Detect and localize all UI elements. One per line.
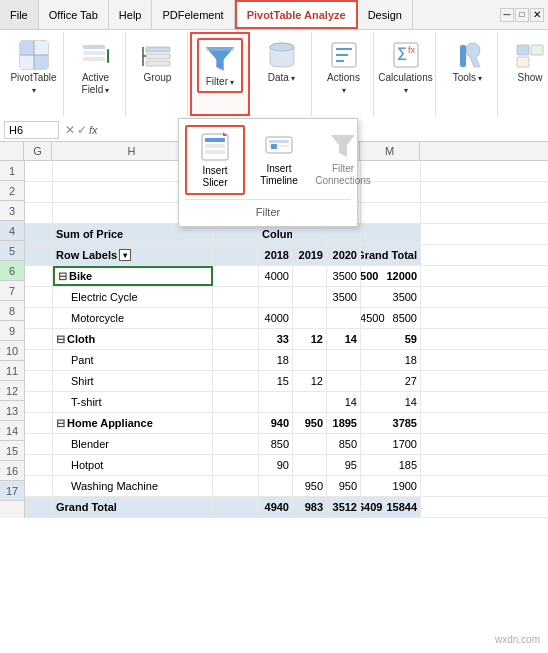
formula-x-icon[interactable]: ✓ — [77, 123, 87, 137]
cell-m10-total[interactable]: 18 — [361, 350, 421, 370]
cell-k5-2019[interactable]: 2019 — [293, 245, 327, 265]
cell-g9[interactable] — [25, 329, 53, 349]
cell-i14[interactable] — [213, 434, 259, 454]
cell-k13[interactable]: 950 — [293, 413, 327, 433]
cell-j8[interactable]: 4000 — [259, 308, 293, 328]
row-5[interactable]: 5 — [0, 241, 24, 261]
cell-h17-grand-total[interactable]: Grand Total — [53, 497, 213, 517]
insert-slicer-button[interactable]: InsertSlicer — [185, 125, 245, 195]
cell-g13[interactable] — [25, 413, 53, 433]
cell-i11[interactable] — [213, 371, 259, 391]
row-14[interactable]: 14 — [0, 421, 24, 441]
cell-g1[interactable] — [25, 161, 53, 181]
tab-office-tab[interactable]: Office Tab — [39, 0, 109, 29]
cell-m17-total[interactable]: 640915844 — [361, 497, 421, 517]
cell-j15[interactable]: 90 — [259, 455, 293, 475]
pivottable-button[interactable]: PivotTable — [5, 36, 61, 99]
cell-g5[interactable] — [25, 245, 53, 265]
insert-timeline-button[interactable]: InsertTimeline — [249, 125, 309, 191]
cell-m6-total[interactable]: 450012000 — [361, 266, 421, 286]
cell-l15[interactable]: 95 — [327, 455, 361, 475]
cell-m12-total[interactable]: 14 — [361, 392, 421, 412]
filter-button[interactable]: Filter — [197, 38, 243, 93]
cell-m5-2021-total[interactable]: 2021Grand Total — [361, 245, 421, 265]
cell-h7-electric-cycle[interactable]: Electric Cycle — [53, 287, 213, 307]
cell-j13[interactable]: 940 — [259, 413, 293, 433]
cell-j16[interactable] — [259, 476, 293, 496]
cell-m16-total[interactable]: 1900 — [361, 476, 421, 496]
row-8[interactable]: 8 — [0, 301, 24, 321]
tab-help[interactable]: Help — [109, 0, 153, 29]
cell-m11-total[interactable]: 27 — [361, 371, 421, 391]
cell-k7[interactable] — [293, 287, 327, 307]
cell-g6[interactable] — [25, 266, 53, 286]
cell-h6-bike[interactable]: ⊟ Bike — [53, 266, 213, 286]
cell-l10[interactable] — [327, 350, 361, 370]
cell-l9[interactable]: 14 — [327, 329, 361, 349]
cell-g4[interactable] — [25, 224, 53, 244]
cell-k11[interactable]: 12 — [293, 371, 327, 391]
cell-k10[interactable] — [293, 350, 327, 370]
cell-l17[interactable]: 3512 — [327, 497, 361, 517]
cell-m9-total[interactable]: 59 — [361, 329, 421, 349]
cell-i12[interactable] — [213, 392, 259, 412]
group-button[interactable]: Group — [136, 36, 180, 87]
cell-reference[interactable]: H6 — [4, 121, 59, 139]
row-15[interactable]: 15 — [0, 441, 24, 461]
cell-m4[interactable] — [361, 224, 421, 244]
cell-k4[interactable] — [293, 224, 327, 244]
cell-h11-shirt[interactable]: Shirt — [53, 371, 213, 391]
row-2[interactable]: 2 — [0, 181, 24, 201]
cell-h9-cloth[interactable]: ⊟ Cloth — [53, 329, 213, 349]
cell-i4[interactable] — [213, 224, 259, 244]
cell-h14-blender[interactable]: Blender — [53, 434, 213, 454]
cell-m13-total[interactable]: 3785 — [361, 413, 421, 433]
cell-h5-row-labels[interactable]: Row Labels ▾ — [53, 245, 213, 265]
row-3[interactable]: 3 — [0, 201, 24, 221]
cell-m8-total[interactable]: 45008500 — [361, 308, 421, 328]
cell-i7[interactable] — [213, 287, 259, 307]
cell-j11[interactable]: 15 — [259, 371, 293, 391]
row-17[interactable]: 17 — [0, 481, 24, 501]
cell-i15[interactable] — [213, 455, 259, 475]
cell-j6[interactable]: 4000 — [259, 266, 293, 286]
restore-icon[interactable]: □ — [515, 8, 529, 22]
cell-k14[interactable] — [293, 434, 327, 454]
cell-i5[interactable] — [213, 245, 259, 265]
cell-g8[interactable] — [25, 308, 53, 328]
cell-l12[interactable]: 14 — [327, 392, 361, 412]
cell-i10[interactable] — [213, 350, 259, 370]
cell-k16[interactable]: 950 — [293, 476, 327, 496]
cell-g16[interactable] — [25, 476, 53, 496]
cell-h13-home-appliance[interactable]: ⊟ Home Appliance — [53, 413, 213, 433]
cell-h16-washing-machine[interactable]: Washing Machine — [53, 476, 213, 496]
cell-g2[interactable] — [25, 182, 53, 202]
cell-g15[interactable] — [25, 455, 53, 475]
cell-g7[interactable] — [25, 287, 53, 307]
actions-button[interactable]: Actions — [320, 36, 367, 99]
minimize-icon[interactable]: ─ — [500, 8, 514, 22]
cell-l5-2020[interactable]: 2020 — [327, 245, 361, 265]
filter-connections-button[interactable]: FilterConnections — [313, 125, 373, 191]
cell-j7[interactable] — [259, 287, 293, 307]
cell-h12-tshirt[interactable]: T-shirt — [53, 392, 213, 412]
cell-k8[interactable] — [293, 308, 327, 328]
row-labels-filter-btn[interactable]: ▾ — [119, 249, 131, 261]
cell-l11[interactable] — [327, 371, 361, 391]
col-header-g[interactable]: G — [24, 142, 52, 160]
row-6[interactable]: 6 — [0, 261, 24, 281]
cell-k12[interactable] — [293, 392, 327, 412]
cell-k9[interactable]: 12 — [293, 329, 327, 349]
cell-j9[interactable]: 33 — [259, 329, 293, 349]
show-button[interactable]: Show — [508, 36, 548, 87]
cell-k17[interactable]: 983 — [293, 497, 327, 517]
row-11[interactable]: 11 — [0, 361, 24, 381]
tab-pdfelement[interactable]: PDFelement — [152, 0, 234, 29]
tools-button[interactable]: Tools — [446, 36, 490, 87]
row-16[interactable]: 16 — [0, 461, 24, 481]
tab-pivottable-analyze[interactable]: PivotTable Analyze — [235, 0, 358, 29]
cell-m7-total[interactable]: 3500 — [361, 287, 421, 307]
cell-j5-2018[interactable]: 2018 — [259, 245, 293, 265]
row-9[interactable]: 9 — [0, 321, 24, 341]
cell-g11[interactable] — [25, 371, 53, 391]
